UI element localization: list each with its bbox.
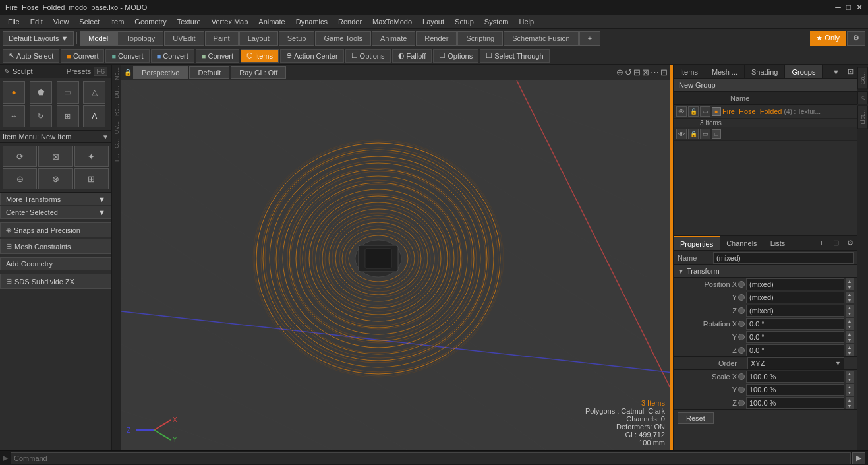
menu-texture[interactable]: Texture bbox=[172, 16, 206, 27]
prop-pos-y-arrows[interactable]: ▲ ▼ bbox=[846, 292, 854, 303]
tool-icon-a[interactable]: ⟳ bbox=[3, 146, 37, 167]
item-row-2[interactable]: 👁 🔒 ▭ □ bbox=[674, 127, 857, 141]
sds-btn[interactable]: ⊞ SDS Subdivide ZX bbox=[0, 274, 111, 289]
prop-pos-x-dot[interactable] bbox=[738, 281, 745, 288]
item-mesh-icon[interactable]: ▭ bbox=[700, 106, 710, 117]
rp-tab-mesh[interactable]: Mesh ... bbox=[705, 65, 745, 78]
prop-rot-x-arrows[interactable]: ▲ ▼ bbox=[846, 318, 854, 330]
command-run-btn[interactable]: ▶ bbox=[852, 452, 865, 464]
prop-pos-z-value[interactable]: (mixed) bbox=[746, 305, 844, 317]
rp-bottom-tab-lists[interactable]: Lists bbox=[764, 238, 792, 249]
snaps-btn[interactable]: ◈ Snaps and Precision bbox=[0, 222, 111, 237]
scale-x-down-arrow[interactable]: ▼ bbox=[846, 377, 854, 383]
rp-tab-more[interactable]: ▼ bbox=[828, 65, 844, 78]
tool-icon-d[interactable]: ⊕ bbox=[3, 168, 37, 189]
pos-x-up-arrow[interactable]: ▲ bbox=[846, 278, 854, 284]
prop-scale-y-dot[interactable] bbox=[738, 387, 745, 393]
scale-y-up-arrow[interactable]: ▲ bbox=[846, 384, 854, 390]
prop-scale-x-value[interactable]: 100.0 % bbox=[746, 371, 844, 383]
viewport-tab-perspective[interactable]: Perspective bbox=[133, 66, 188, 79]
convert-btn-2[interactable]: ■ Convert bbox=[105, 49, 149, 63]
rp-bottom-plus-btn[interactable]: + bbox=[813, 238, 829, 248]
viewport-icon-4[interactable]: ⊠ bbox=[642, 67, 649, 77]
tool-text[interactable]: A bbox=[83, 105, 105, 127]
tab-plus[interactable]: + bbox=[579, 31, 600, 46]
rp-bottom-tab-properties[interactable]: Properties bbox=[674, 236, 720, 250]
scale-y-down-arrow[interactable]: ▼ bbox=[846, 390, 854, 396]
item-lock-icon[interactable]: 🔒 bbox=[688, 106, 699, 117]
prop-scale-x-arrows[interactable]: ▲ ▼ bbox=[846, 371, 854, 383]
action-center-btn[interactable]: ⊕ Action Center bbox=[280, 49, 344, 63]
tool-icon-c[interactable]: ✦ bbox=[74, 146, 109, 167]
prop-pos-z-dot[interactable] bbox=[738, 307, 745, 314]
center-selected-btn[interactable]: Center Selected ▼ bbox=[0, 206, 111, 219]
prop-rot-y-value[interactable]: 0.0 ° bbox=[746, 331, 844, 343]
prop-rot-y-arrows[interactable]: ▲ ▼ bbox=[846, 331, 854, 343]
viewport-maximize-icon[interactable]: ⊡ bbox=[660, 67, 668, 77]
rot-z-down-arrow[interactable]: ▼ bbox=[846, 350, 854, 356]
falloff-btn[interactable]: ◐ Falloff bbox=[392, 49, 432, 63]
rp-bottom-expand-btn[interactable]: ⊡ bbox=[829, 239, 843, 247]
new-group-btn[interactable]: New Group bbox=[674, 79, 857, 92]
prop-rot-z-value[interactable]: 0.0 ° bbox=[746, 344, 844, 356]
viewport-icon-2[interactable]: ↺ bbox=[625, 67, 632, 77]
menu-file[interactable]: File bbox=[3, 16, 25, 27]
select-through-btn[interactable]: ☐ Select Through bbox=[480, 49, 549, 63]
menu-setup[interactable]: Setup bbox=[449, 16, 479, 27]
settings-btn[interactable]: ⚙ bbox=[847, 31, 865, 46]
command-input[interactable] bbox=[11, 452, 851, 464]
prop-pos-y-value[interactable]: (mixed) bbox=[746, 292, 844, 303]
rp-expand-btn[interactable]: ⊡ bbox=[844, 65, 857, 78]
pos-z-down-arrow[interactable]: ▼ bbox=[846, 311, 854, 317]
pos-y-down-arrow[interactable]: ▼ bbox=[846, 297, 854, 303]
prop-order-value[interactable]: XYZ ▼ bbox=[747, 357, 844, 369]
viewport-tab-default[interactable]: Default bbox=[189, 66, 229, 79]
pos-y-up-arrow[interactable]: ▲ bbox=[846, 292, 854, 297]
prop-pos-x-arrows[interactable]: ▲ ▼ bbox=[846, 278, 854, 290]
viewport[interactable]: 🔒 Perspective Default Ray GL: Off ⊕ ↺ ⊞ … bbox=[121, 65, 670, 465]
tool-vertex[interactable]: ● bbox=[3, 81, 25, 104]
rot-y-down-arrow[interactable]: ▼ bbox=[846, 337, 854, 343]
menu-geometry[interactable]: Geometry bbox=[129, 16, 171, 27]
rot-x-down-arrow[interactable]: ▼ bbox=[846, 324, 854, 330]
prop-pos-y-dot[interactable] bbox=[738, 294, 745, 301]
menu-render[interactable]: Render bbox=[333, 16, 367, 27]
menu-animate[interactable]: Animate bbox=[253, 16, 290, 27]
rot-y-up-arrow[interactable]: ▲ bbox=[846, 331, 854, 337]
minimize-btn[interactable]: ─ bbox=[835, 3, 841, 12]
tool-edge[interactable]: ⬟ bbox=[30, 81, 52, 104]
tab-model[interactable]: Model bbox=[80, 31, 117, 46]
tool-icon-e[interactable]: ⊗ bbox=[38, 168, 72, 189]
menu-edit[interactable]: Edit bbox=[25, 16, 48, 27]
rp-tab-shading[interactable]: Shading bbox=[745, 65, 785, 78]
menu-view[interactable]: View bbox=[48, 16, 74, 27]
mesh-constraints-btn[interactable]: ⊞ Mesh Constraints bbox=[0, 239, 111, 254]
menu-vertexmap[interactable]: Vertex Map bbox=[206, 16, 254, 27]
tab-scripting[interactable]: Scripting bbox=[457, 31, 503, 46]
prop-scale-z-dot[interactable] bbox=[738, 400, 745, 406]
viewport-canvas[interactable]: X Y Z 3 Items Polygons : Catmull-Clark C… bbox=[121, 80, 670, 452]
tool-scale[interactable]: ⊞ bbox=[57, 105, 79, 127]
tab-gametools[interactable]: Game Tools bbox=[315, 31, 371, 46]
rot-x-up-arrow[interactable]: ▲ bbox=[846, 318, 854, 324]
tab-topology[interactable]: Topology bbox=[117, 31, 163, 46]
menu-item[interactable]: Item bbox=[105, 16, 129, 27]
menu-help[interactable]: Help bbox=[513, 16, 539, 27]
tab-render[interactable]: Render bbox=[416, 31, 457, 46]
close-btn[interactable]: ✕ bbox=[856, 3, 863, 12]
tool-poly[interactable]: ▭ bbox=[57, 81, 79, 104]
prop-rot-x-value[interactable]: 0.0 ° bbox=[746, 318, 844, 330]
viewport-icon-5[interactable]: ⋯ bbox=[651, 67, 659, 77]
rp-bottom-tab-channels[interactable]: Channels bbox=[720, 238, 763, 249]
tab-paint[interactable]: Paint bbox=[205, 31, 239, 46]
prop-rot-z-dot[interactable] bbox=[738, 347, 745, 354]
star-only-btn[interactable]: ★ Only bbox=[810, 31, 846, 46]
viewport-icon-3[interactable]: ⊞ bbox=[633, 67, 641, 77]
pos-x-down-arrow[interactable]: ▼ bbox=[846, 284, 854, 290]
side-tab-a[interactable]: A bbox=[857, 91, 868, 104]
default-layouts-btn[interactable]: Default Layouts ▼ bbox=[3, 31, 74, 46]
prop-rot-y-dot[interactable] bbox=[738, 334, 745, 340]
tab-schematic[interactable]: Schematic Fusion bbox=[504, 31, 578, 46]
pos-z-up-arrow[interactable]: ▲ bbox=[846, 305, 854, 311]
menu-layout[interactable]: Layout bbox=[417, 16, 449, 27]
